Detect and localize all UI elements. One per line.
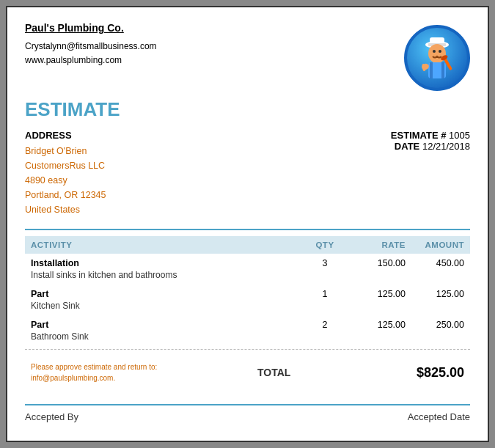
billing-name: Bridget O'Brien CustomersRus LLC 4890 ea… — [25, 144, 391, 217]
total-label: TOTAL — [157, 367, 391, 378]
svg-rect-8 — [430, 62, 433, 78]
row1-sub: Install sinks in kitchen and bathrooms — [25, 270, 470, 284]
row2-qty: 1 — [303, 289, 347, 299]
header: Paul's Plumbing Co. Crystalynn@fitsmallb… — [25, 22, 470, 91]
svg-point-5 — [433, 50, 436, 53]
estimate-meta: ESTIMATE # 1005 DATE 12/21/2018 — [391, 130, 470, 217]
estimate-number-value: 1005 — [449, 130, 470, 141]
row3-rate: 125.00 — [347, 320, 406, 330]
table-header-row: ACTIVITY QTY RATE AMOUNT — [25, 236, 470, 254]
row3-amount: 250.00 — [406, 320, 464, 330]
estimate-date-row: DATE 12/21/2018 — [391, 141, 470, 152]
table-footer-divider — [25, 349, 470, 350]
invoice-page: Paul's Plumbing Co. Crystalynn@fitsmallb… — [6, 6, 489, 442]
row2-activity: Part — [31, 289, 303, 299]
total-section: Please approve estimate and return to: i… — [25, 356, 470, 389]
row2-rate: 125.00 — [347, 289, 406, 299]
company-info: Paul's Plumbing Co. Crystalynn@fitsmallb… — [25, 22, 157, 67]
footer-note-line2: info@paulsplumbing.com. — [31, 372, 157, 383]
line-items-table: ACTIVITY QTY RATE AMOUNT Installation 3 … — [25, 236, 470, 389]
address-left: ADDRESS Bridget O'Brien CustomersRus LLC… — [25, 130, 391, 217]
row1-amount: 450.00 — [406, 258, 464, 268]
header-rate: RATE — [347, 240, 406, 249]
company-logo — [404, 25, 470, 91]
footer-note-line1: Please approve estimate and return to: — [31, 361, 157, 372]
header-amount: AMOUNT — [406, 240, 464, 249]
svg-point-6 — [439, 50, 441, 53]
table-row: Part 2 125.00 250.00 — [25, 315, 470, 331]
row2-sub: Kitchen Sink — [25, 301, 470, 315]
row1-rate: 150.00 — [347, 258, 406, 268]
svg-rect-9 — [441, 62, 444, 78]
row1-activity: Installation — [31, 258, 303, 268]
row3-sub: Bathroom Sink — [25, 331, 470, 346]
date-label: DATE — [395, 141, 419, 152]
address-section: ADDRESS Bridget O'Brien CustomersRus LLC… — [25, 130, 470, 217]
accepted-section: Accepted By Accepted Date — [25, 404, 470, 422]
estimate-number-label: ESTIMATE # — [391, 130, 447, 141]
row2-amount: 125.00 — [406, 289, 464, 299]
header-qty: QTY — [303, 240, 347, 249]
company-contact: Crystalynn@fitsmallbusiness.com www.paul… — [25, 40, 157, 67]
plumber-icon — [408, 29, 466, 87]
total-amount: $825.00 — [391, 365, 464, 381]
row3-qty: 2 — [303, 320, 347, 330]
address-label: ADDRESS — [25, 130, 391, 141]
date-value: 12/21/2018 — [422, 141, 470, 152]
accepted-date-label: Accepted Date — [408, 411, 470, 422]
footer-note: Please approve estimate and return to: i… — [31, 361, 157, 383]
estimate-title: ESTIMATE — [25, 98, 470, 121]
accepted-by-label: Accepted By — [25, 411, 78, 422]
estimate-number-row: ESTIMATE # 1005 — [391, 130, 470, 141]
company-name: Paul's Plumbing Co. — [25, 22, 157, 34]
row1-qty: 3 — [303, 258, 347, 268]
row3-activity: Part — [31, 320, 303, 330]
company-email: Crystalynn@fitsmallbusiness.com — [25, 40, 157, 54]
table-row: Installation 3 150.00 450.00 — [25, 254, 470, 270]
company-website: www.paulsplumbing.com — [25, 54, 157, 67]
table-row: Part 1 125.00 125.00 — [25, 284, 470, 301]
header-activity: ACTIVITY — [31, 240, 303, 249]
section-divider — [25, 229, 470, 230]
